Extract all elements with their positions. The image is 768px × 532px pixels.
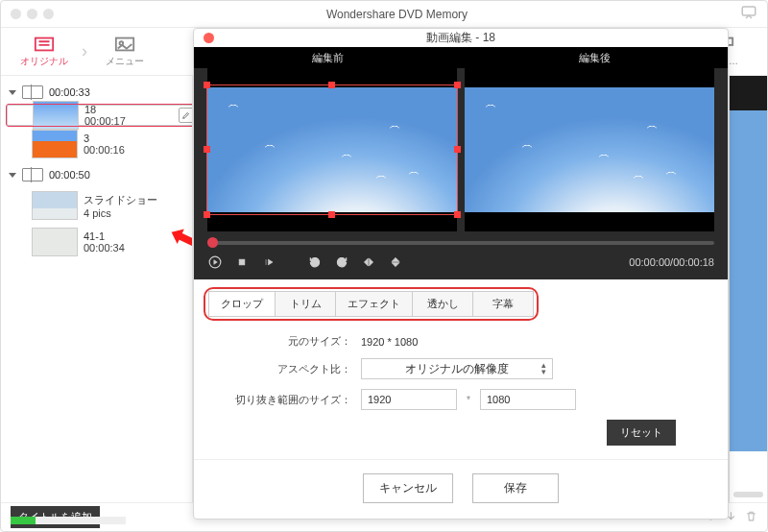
- sidebar-clip-item[interactable]: 18 00:00:17: [7, 105, 193, 126]
- feedback-icon[interactable]: [740, 4, 757, 24]
- clip-duration: 00:00:16: [84, 144, 125, 156]
- close-dot[interactable]: [11, 9, 21, 19]
- aspect-label: アスペクト比：: [217, 362, 351, 376]
- timeline[interactable]: [194, 231, 728, 249]
- svg-rect-7: [239, 259, 245, 265]
- clip-title: 41-1: [84, 230, 125, 242]
- clip-thumbnail: [32, 228, 78, 256]
- multiply-icon: *: [467, 395, 470, 405]
- timecode: 00:00:00/00:00:18: [629, 256, 714, 268]
- tab-watermark[interactable]: 透かし: [412, 291, 473, 317]
- crop-width-input[interactable]: [361, 389, 457, 410]
- editor-tabs: クロップ トリム エフェクト 透かし 字幕: [204, 287, 539, 321]
- sidebar: 00:00:33 18 00:00:17 3 00:00:16 00:00:50: [1, 76, 193, 502]
- flip-h-icon[interactable]: [361, 254, 376, 270]
- rotate-left-icon[interactable]: [307, 254, 323, 270]
- clip-thumbnail: [32, 130, 78, 158]
- save-button[interactable]: 保存: [472, 473, 559, 503]
- orig-size-value: 1920 * 1080: [361, 336, 418, 348]
- crop-size-label: 切り抜き範囲のサイズ：: [217, 393, 351, 407]
- tab-trim[interactable]: トリム: [275, 291, 336, 317]
- editor-tabs-highlight: クロップ トリム エフェクト 透かし 字幕: [194, 279, 728, 321]
- aspect-select[interactable]: オリジナルの解像度 ▴▾: [361, 358, 553, 379]
- crop-form: 元のサイズ： 1920 * 1080 アスペクト比： オリジナルの解像度 ▴▾ …: [194, 321, 728, 459]
- sidebar-group-row[interactable]: 00:00:50: [7, 162, 186, 187]
- step-icon[interactable]: [261, 254, 276, 270]
- zoom-dot[interactable]: [43, 9, 54, 19]
- modal-titlebar: 動画編集 - 18: [194, 29, 728, 47]
- modal-title: 動画編集 - 18: [194, 30, 728, 46]
- caret-down-icon[interactable]: [9, 173, 16, 178]
- trash-icon[interactable]: [745, 510, 757, 525]
- scrub-bar[interactable]: [207, 241, 714, 245]
- svg-rect-0: [742, 7, 756, 15]
- title-icon: [22, 168, 43, 181]
- crop-height-input[interactable]: [480, 389, 576, 410]
- caret-down-icon[interactable]: [9, 90, 16, 95]
- window-controls[interactable]: [11, 9, 54, 19]
- clip-thumbnail: [32, 191, 78, 220]
- disc-usage-bar: [11, 517, 126, 526]
- clip-title: 3: [84, 133, 125, 144]
- preview-area: 編集前 編集後: [194, 47, 728, 279]
- reset-button[interactable]: リセット: [607, 420, 676, 446]
- cancel-button[interactable]: キャンセル: [363, 473, 453, 503]
- tab-crop[interactable]: クロップ: [208, 291, 276, 317]
- crop-rectangle[interactable]: [207, 85, 457, 214]
- tab-subtitle[interactable]: 字幕: [472, 291, 534, 317]
- group-duration: 00:00:50: [49, 169, 90, 181]
- play-icon[interactable]: [207, 254, 223, 270]
- stop-icon[interactable]: [234, 254, 250, 270]
- content-preview: [729, 76, 767, 502]
- sidebar-clip-item[interactable]: スライドショー 4 pics: [7, 187, 186, 224]
- after-label: 編集後: [461, 47, 728, 68]
- chevron-up-down-icon: ▴▾: [541, 362, 546, 375]
- clip-title: スライドショー: [84, 193, 157, 207]
- minimize-dot[interactable]: [27, 9, 37, 19]
- mode-original[interactable]: オリジナル: [11, 36, 78, 68]
- playback-controls: 00:00:00/00:00:18: [194, 249, 728, 279]
- group-duration: 00:00:33: [49, 86, 90, 98]
- clip-title: 18: [84, 104, 126, 115]
- rotate-right-icon[interactable]: [334, 254, 349, 270]
- modal-footer: キャンセル 保存: [194, 459, 728, 519]
- chevron-right-icon: ›: [78, 41, 91, 61]
- clip-duration: 4 pics: [84, 207, 157, 219]
- mode-original-label: オリジナル: [20, 55, 68, 68]
- title-icon: [22, 85, 43, 99]
- sidebar-clip-item[interactable]: 41-1 00:00:34: [7, 224, 186, 260]
- aspect-value: オリジナルの解像度: [405, 361, 509, 377]
- video-editor-modal: 動画編集 - 18 編集前 編集後: [193, 28, 729, 520]
- edit-clip-button[interactable]: [179, 108, 193, 123]
- orig-size-label: 元のサイズ：: [217, 334, 351, 349]
- mode-menu-label: メニュー: [106, 55, 144, 68]
- before-label: 編集前: [194, 47, 461, 68]
- sidebar-clip-item[interactable]: 3 00:00:16: [7, 126, 186, 162]
- mode-menu[interactable]: メニュー: [91, 36, 158, 68]
- flip-v-icon[interactable]: [388, 254, 403, 270]
- scrub-knob[interactable]: [207, 237, 218, 248]
- app-title: Wondershare DVD Memory: [54, 8, 740, 21]
- preview-before[interactable]: [207, 68, 457, 231]
- preview-after: [465, 68, 714, 231]
- tab-effect[interactable]: エフェクト: [335, 291, 413, 317]
- clip-duration: 00:00:34: [84, 242, 125, 254]
- title-bar: Wondershare DVD Memory: [1, 1, 767, 28]
